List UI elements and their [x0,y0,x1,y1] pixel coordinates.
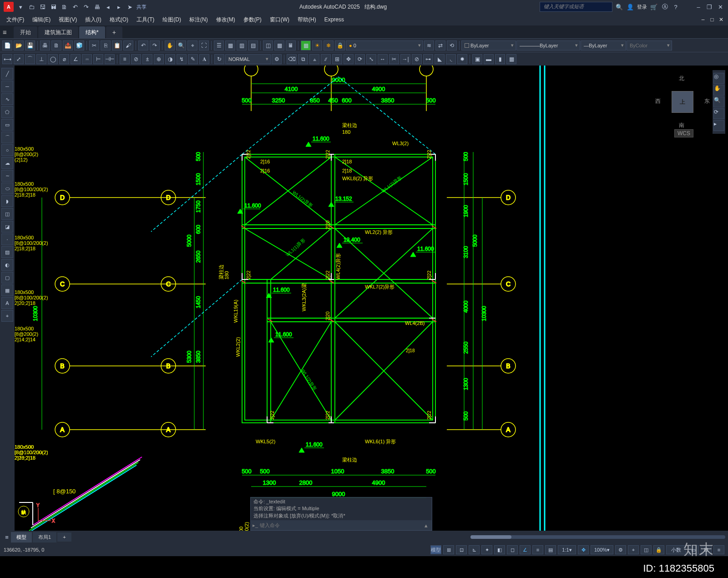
win-cascade-icon[interactable]: ▣ [472,54,482,64]
tb-3d-icon[interactable]: 🧊 [74,41,84,51]
mod-rotate-icon[interactable]: ⟳ [355,54,365,64]
dim-ord-icon[interactable]: ⊥ [36,54,46,64]
layout-tab-1[interactable]: 布局1 [33,532,56,543]
dim-align-icon[interactable]: ⤢ [14,54,24,64]
qat-save-icon[interactable]: 🖫 [38,3,46,11]
layer-match-icon[interactable]: ⇄ [435,41,445,51]
mod-join-icon[interactable]: ⊶ [423,54,433,64]
dim-space-icon[interactable]: ≡ [120,54,130,64]
plotstyle-combo[interactable]: ByColor [627,41,672,51]
layer-lock-icon[interactable]: 🔒 [335,41,345,51]
layer-combo[interactable]: ● 0 [346,41,423,51]
dimedit-icon[interactable]: ✎ [188,54,198,64]
tb-new-icon[interactable]: 📄 [2,41,12,51]
sb-model-btn[interactable]: 模型 [430,545,441,554]
sb-polar-icon[interactable]: ✦ [481,545,492,554]
qat-new-icon[interactable]: ▾ [16,3,25,11]
dim-arc-icon[interactable]: ⌒ [25,54,35,64]
tab-struct[interactable]: 结构* [79,26,105,38]
revcloud-icon[interactable]: ☁ [1,157,13,169]
cmd-up-icon[interactable]: ▴ [422,521,430,529]
dim-dia-icon[interactable]: ⌀ [59,54,69,64]
menu-param[interactable]: 参数(P) [240,15,265,25]
jog-icon[interactable]: ↯ [177,54,187,64]
tb-zoomext-icon[interactable]: ⛶ [199,41,209,51]
pline-icon[interactable]: ∿ [1,93,13,105]
tb-redo-icon[interactable]: ↷ [150,41,160,51]
tb-table-icon[interactable]: ▦ [274,41,284,51]
dim-ang-icon[interactable]: ∠ [71,54,81,64]
qat-saveas-icon[interactable]: 🖬 [49,3,57,11]
rect-icon[interactable]: ▭ [1,119,13,131]
menu-help[interactable]: 帮助(H) [294,15,320,25]
tb-calc-icon[interactable]: 🖩 [286,41,296,51]
hatch-icon[interactable]: ▨ [1,246,13,258]
viewcube-top[interactable]: 上 [672,91,693,113]
close-icon[interactable]: ✕ [716,3,724,11]
minimize-icon[interactable]: – [694,3,703,11]
linetype-combo[interactable]: ———— ByLayer [516,41,580,51]
arc-icon[interactable]: ⌒ [1,132,13,143]
line-icon[interactable]: ╱ [1,68,13,80]
tb-save-icon[interactable]: 💾 [25,41,35,51]
mod-explode-icon[interactable]: ✸ [457,54,467,64]
mod-fillet-icon[interactable]: ◟ [446,54,456,64]
tb-zoomwin-icon[interactable]: ⌖ [187,41,197,51]
share-arrow-icon[interactable]: ➤ [126,3,134,11]
menu-express[interactable]: Express [321,15,348,24]
dim-rad-icon[interactable]: ◯ [48,54,58,64]
dimstyle-btn-icon[interactable]: ⚙ [272,54,282,64]
menu-file[interactable]: 文件(F) [3,15,28,25]
point-icon[interactable]: · [1,233,13,245]
dim-base-icon[interactable]: ⊢ [93,54,103,64]
menu-restore-icon[interactable]: □ [708,15,716,24]
help-icon[interactable]: ? [672,3,680,11]
tb-tp-icon[interactable]: ▥ [237,41,247,51]
xline-icon[interactable]: ─ [1,81,13,92]
layout-tab-model[interactable]: 模型 [11,532,32,543]
drawing-canvas[interactable]: ╱ ─ ∿ ⬠ ▭ ⌒ ○ ☁ ∼ ⬭ ◗ ◫ ◪ · ▨ ◐ ▢ ▦ A + … [0,66,728,543]
cart-icon[interactable]: 🛒 [650,3,658,11]
qat-print-icon[interactable]: 🖶 [93,3,101,11]
tb-open-icon[interactable]: 📂 [14,41,24,51]
dimstyle-combo[interactable]: NORMAL [225,54,271,64]
tol-icon[interactable]: ± [142,54,152,64]
dim-lin-icon[interactable]: ⟷ [2,54,12,64]
command-line[interactable]: 命令: _textedit 当前设置: 编辑模式 = Multiple 选择注释… [250,497,432,531]
sb-ortho-icon[interactable]: ⊾ [469,545,480,554]
tab-arch[interactable]: 建筑施工图 [38,26,78,38]
menu-close-icon[interactable]: ✕ [717,15,725,24]
region-icon[interactable]: ▢ [1,272,13,284]
makeblock-icon[interactable]: ◪ [1,221,13,233]
layout-tab-add[interactable]: + [57,532,71,542]
tb-match-icon[interactable]: 🖌 [123,41,133,51]
layout-ham-icon[interactable]: ≡ [3,533,11,541]
search-icon[interactable]: 🔍 [615,3,623,11]
tb-preview-icon[interactable]: 🗎 [51,41,61,51]
mod-extend-icon[interactable]: →| [400,54,410,64]
win-tileh-icon[interactable]: ▬ [484,54,494,64]
qat-open-icon[interactable]: 🗀 [27,3,35,11]
mod-mirror-icon[interactable]: ⟁ [309,54,319,64]
dimtedit-icon[interactable]: 𝐀 [199,54,209,64]
menu-modify[interactable]: 修改(M) [212,15,239,25]
mod-scale-icon[interactable]: ⤡ [366,54,376,64]
win-tilev-icon[interactable]: ▮ [495,54,505,64]
menu-format[interactable]: 格式(O) [106,15,132,25]
qat-plot-icon[interactable]: 🗎 [60,3,68,11]
sb-cui-icon[interactable]: ≡ [713,545,724,554]
menu-tools[interactable]: 工具(T) [133,15,158,25]
dim-cont-icon[interactable]: ⊣⊢ [105,54,115,64]
h-scrollbar[interactable] [470,535,725,539]
sb-iso-icon[interactable]: ◧ [494,545,505,554]
lineweight-combo[interactable]: — ByLayer [581,41,626,51]
tb-block-icon[interactable]: ◫ [263,41,273,51]
nav-orbit-icon[interactable]: ⟳ [713,108,724,119]
inspect-icon[interactable]: ◑ [165,54,175,64]
view-cube[interactable]: 北 南 东 西 上 WCS [655,75,710,129]
layer-walk-icon[interactable]: ≋ [424,41,434,51]
tb-undo-icon[interactable]: ↶ [138,41,148,51]
nav-show-icon[interactable]: ▸ [713,120,724,131]
search-input[interactable]: 键入关键字或短语 [540,2,612,12]
sb-zoom-btn[interactable]: 100%▾ [591,545,613,554]
